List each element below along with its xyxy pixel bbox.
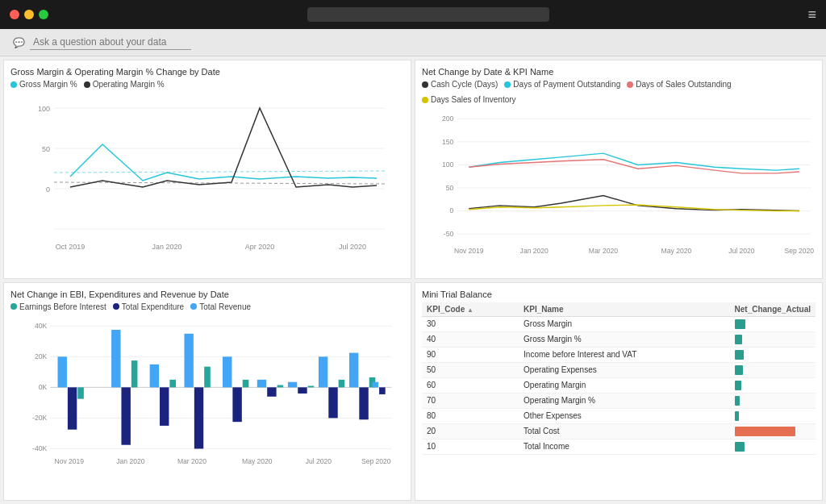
cell-kpi-code: 80	[422, 408, 519, 423]
legend-label-exp: Total Expenditure	[122, 302, 184, 311]
svg-rect-67	[298, 387, 307, 394]
cell-net-change	[730, 377, 816, 393]
svg-text:Nov 2019: Nov 2019	[454, 247, 484, 255]
cell-net-change	[730, 362, 816, 377]
title-search-input[interactable]	[307, 7, 549, 22]
svg-text:0: 0	[46, 185, 50, 194]
legend-dot-cash	[422, 81, 428, 88]
svg-rect-60	[223, 356, 232, 387]
cell-kpi-name: Income before Interest and VAT	[519, 347, 729, 362]
svg-text:Jan 2020: Jan 2020	[520, 247, 549, 255]
cell-kpi-code: 30	[422, 316, 519, 331]
svg-rect-49	[68, 387, 77, 429]
legend-label-ebi: Earnings Before Interest	[19, 302, 106, 311]
table-row: 70 Operating Margin %	[422, 393, 816, 408]
svg-text:-20K: -20K	[32, 414, 47, 422]
panel4-title: Mini Trial Balance	[422, 289, 816, 299]
cell-kpi-code: 10	[422, 439, 519, 454]
ask-icon: 💬	[13, 37, 25, 48]
svg-rect-68	[308, 385, 315, 387]
sort-arrow-code[interactable]: ▲	[467, 306, 473, 314]
table-row: 40 Gross Margin %	[422, 331, 816, 347]
svg-text:0: 0	[449, 206, 453, 215]
cell-kpi-name: Other Expenses	[519, 408, 729, 423]
table-row: 10 Total Income	[422, 439, 816, 454]
svg-rect-72	[349, 352, 358, 387]
legend-label-rev: Total Revenue	[199, 302, 251, 311]
svg-text:Mar 2020: Mar 2020	[177, 457, 206, 465]
legend-total-exp: Total Expenditure	[113, 302, 184, 311]
svg-rect-66	[288, 381, 297, 387]
legend-label-inventory: Days Sales of Inventory	[431, 95, 516, 104]
panel-trial-balance: Mini Trial Balance KPI_Code ▲ KPI_Name N…	[415, 282, 823, 502]
svg-rect-54	[150, 364, 159, 387]
cell-kpi-code: 90	[422, 347, 519, 362]
cell-net-change	[730, 408, 816, 423]
svg-text:Nov 2019: Nov 2019	[54, 457, 84, 465]
svg-text:Jul 2020: Jul 2020	[306, 457, 332, 465]
svg-rect-48	[58, 356, 67, 387]
cell-net-change	[730, 393, 816, 408]
legend-days-sales: Days of Sales Outstanding	[627, 80, 731, 89]
svg-text:Jan 2020: Jan 2020	[116, 457, 144, 465]
col-kpi-name: KPI_Name	[519, 302, 729, 317]
table-row: 60 Operating Margin	[422, 377, 816, 393]
legend-operating-margin: Operating Margin %	[84, 80, 165, 89]
cell-net-change	[730, 316, 816, 331]
svg-rect-58	[194, 387, 203, 448]
cell-kpi-name: Gross Margin %	[519, 331, 729, 347]
legend-dot-operating	[84, 81, 90, 88]
svg-text:100: 100	[442, 160, 454, 169]
svg-rect-50	[77, 387, 84, 398]
cell-kpi-name: Total Cost	[519, 423, 729, 439]
svg-text:Jul 2020: Jul 2020	[339, 243, 366, 251]
panel1-title: Gross Margin & Operating Margin % Change…	[10, 67, 404, 77]
svg-rect-73	[359, 387, 368, 419]
legend-label-sales: Days of Sales Outstanding	[636, 80, 731, 89]
legend-cash-cycle: Cash Cycle (Days)	[422, 80, 498, 89]
cell-net-change	[730, 423, 816, 439]
legend-days-payment: Days of Payment Outstanding	[504, 80, 620, 89]
svg-text:100: 100	[38, 105, 50, 113]
close-button[interactable]	[10, 10, 19, 19]
legend-dot-payment	[504, 81, 511, 88]
svg-rect-71	[339, 379, 345, 387]
svg-text:0K: 0K	[39, 383, 48, 391]
legend-label-cash: Cash Cycle (Days)	[431, 80, 498, 89]
legend-label-payment: Days of Payment Outstanding	[513, 80, 620, 89]
legend-label-operating: Operating Margin %	[93, 80, 165, 89]
cell-net-change	[730, 439, 816, 454]
maximize-button[interactable]	[39, 10, 48, 19]
hamburger-icon[interactable]: ≡	[807, 6, 816, 23]
panel-gross-margin: Gross Margin & Operating Margin % Change…	[3, 60, 411, 279]
panel1-chart: 100 50 0 Oct 2019 Jan 2020 Apr 2020 Jul …	[10, 92, 404, 261]
table-row: 90 Income before Interest and VAT	[422, 347, 816, 362]
cell-kpi-code: 50	[422, 362, 519, 377]
minimize-button[interactable]	[24, 10, 34, 19]
ask-bar: 💬	[0, 29, 826, 56]
panel-net-change: Net Change by Date & KPI Name Cash Cycle…	[415, 60, 823, 279]
title-bar: ≡	[0, 0, 826, 29]
legend-dot-exp	[113, 303, 119, 310]
legend-ebi: Earnings Before Interest	[10, 302, 106, 311]
ask-input[interactable]	[30, 35, 191, 50]
svg-text:40K: 40K	[35, 322, 48, 330]
legend-days-inventory: Days Sales of Inventory	[422, 95, 516, 104]
svg-rect-51	[111, 330, 120, 387]
table-row: 30 Gross Margin	[422, 316, 816, 331]
table-row: 50 Operating Expenses	[422, 362, 816, 377]
svg-text:Jul 2020: Jul 2020	[728, 247, 755, 255]
svg-text:150: 150	[442, 138, 454, 146]
svg-text:May 2020: May 2020	[242, 457, 273, 465]
cell-kpi-code: 60	[422, 377, 519, 393]
svg-text:Apr 2020: Apr 2020	[245, 243, 275, 251]
svg-rect-56	[169, 379, 176, 387]
cell-net-change	[730, 347, 816, 362]
svg-text:Sep 2020: Sep 2020	[784, 247, 814, 255]
svg-text:Sep 2020: Sep 2020	[361, 457, 391, 465]
legend-label-gross: Gross Margin %	[19, 80, 77, 89]
cell-kpi-code: 40	[422, 331, 519, 347]
table-row: 80 Other Expenses	[422, 408, 816, 423]
legend-dot-inventory	[422, 97, 428, 103]
title-bar-center	[48, 7, 807, 22]
